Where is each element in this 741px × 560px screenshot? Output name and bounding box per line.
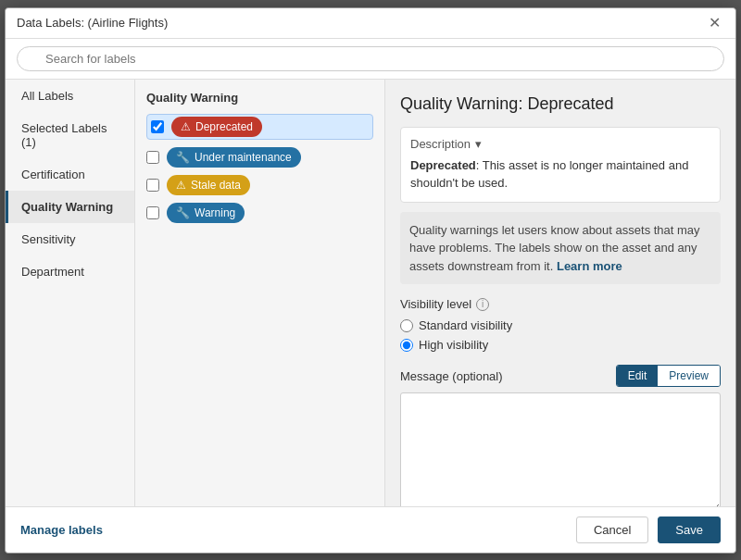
footer-buttons: Cancel Save <box>576 516 721 543</box>
label-item-under-maintenance: 🔧 Under maintenance <box>146 147 373 168</box>
chevron-down-icon: ▾ <box>475 137 482 151</box>
radio-input-standard[interactable] <box>400 319 413 332</box>
label-item-stale-data: ⚠ Stale data <box>146 175 373 195</box>
sidebar-item-quality-warning[interactable]: Quality Warning <box>6 191 134 223</box>
visibility-title: Visibility level i <box>400 297 721 311</box>
footer-left: Manage labels <box>20 523 103 537</box>
checkbox-stale-data[interactable] <box>146 179 159 192</box>
label-item-deprecated: ⚠ Deprecated <box>146 114 373 140</box>
description-text: Deprecated: This asset is no longer main… <box>410 156 710 193</box>
manage-labels-link[interactable]: Manage labels <box>20 523 103 537</box>
sidebar-item-certification[interactable]: Certification <box>6 158 134 191</box>
sidebar-item-all-labels[interactable]: All Labels <box>6 80 134 112</box>
cancel-button[interactable]: Cancel <box>576 516 648 543</box>
middle-panel: Quality Warning ⚠ Deprecated 🔧 Under mai… <box>135 80 385 506</box>
search-area: 🔍 <box>6 39 735 80</box>
message-textarea[interactable] <box>400 392 721 506</box>
warning-icon-deprecated: ⚠ <box>181 120 191 133</box>
dialog-title: Data Labels: (Airline Flights) <box>17 16 168 30</box>
tab-group: Edit Preview <box>616 365 721 387</box>
dialog-footer: Manage labels Cancel Save <box>6 506 735 553</box>
visibility-section: Visibility level i Standard visibility H… <box>400 297 721 352</box>
radio-standard-visibility[interactable]: Standard visibility <box>400 318 721 332</box>
label-tag-deprecated[interactable]: ⚠ Deprecated <box>171 117 262 137</box>
right-panel-title: Quality Warning: Deprecated <box>400 94 721 114</box>
label-tag-stale-data[interactable]: ⚠ Stale data <box>167 175 250 195</box>
message-header: Message (optional) Edit Preview <box>400 365 721 387</box>
dialog-title-bar: Data Labels: (Airline Flights) ✕ <box>6 8 735 39</box>
tab-edit-button[interactable]: Edit <box>617 366 659 386</box>
label-tag-under-maintenance[interactable]: 🔧 Under maintenance <box>167 147 301 168</box>
radio-input-high[interactable] <box>400 339 413 352</box>
middle-panel-title: Quality Warning <box>146 91 373 105</box>
label-item-warning: 🔧 Warning <box>146 203 373 223</box>
warning-icon-stale: ⚠ <box>176 179 186 192</box>
checkbox-warning[interactable] <box>146 206 159 219</box>
search-wrapper: 🔍 <box>17 46 724 71</box>
radio-group: Standard visibility High visibility <box>400 318 721 352</box>
search-input[interactable] <box>17 46 724 71</box>
sidebar: All Labels Selected Labels (1) Certifica… <box>6 80 135 506</box>
message-label: Message (optional) <box>400 369 503 383</box>
description-box: Description ▾ Deprecated: This asset is … <box>400 127 721 203</box>
close-button[interactable]: ✕ <box>705 16 724 31</box>
label-tag-warning[interactable]: 🔧 Warning <box>167 203 245 223</box>
sidebar-item-selected-labels[interactable]: Selected Labels (1) <box>6 112 134 158</box>
learn-more-link[interactable]: Learn more <box>557 259 622 273</box>
dialog-body: All Labels Selected Labels (1) Certifica… <box>6 80 735 506</box>
save-button[interactable]: Save <box>658 516 721 543</box>
right-panel: Quality Warning: Deprecated Description … <box>385 80 735 506</box>
wrench-icon-warning: 🔧 <box>176 206 190 219</box>
message-section: Message (optional) Edit Preview <box>400 365 721 506</box>
wrench-icon-maintenance: 🔧 <box>176 151 190 164</box>
checkbox-under-maintenance[interactable] <box>146 151 159 164</box>
info-icon[interactable]: i <box>476 298 489 311</box>
sidebar-item-department[interactable]: Department <box>6 255 134 288</box>
radio-high-visibility[interactable]: High visibility <box>400 338 721 352</box>
description-header[interactable]: Description ▾ <box>410 137 710 151</box>
info-box: Quality warnings let users know about as… <box>400 212 721 285</box>
tab-preview-button[interactable]: Preview <box>658 366 720 386</box>
sidebar-item-sensitivity[interactable]: Sensitivity <box>6 223 134 255</box>
checkbox-deprecated[interactable] <box>151 120 164 133</box>
data-labels-dialog: Data Labels: (Airline Flights) ✕ 🔍 All L… <box>5 7 736 554</box>
